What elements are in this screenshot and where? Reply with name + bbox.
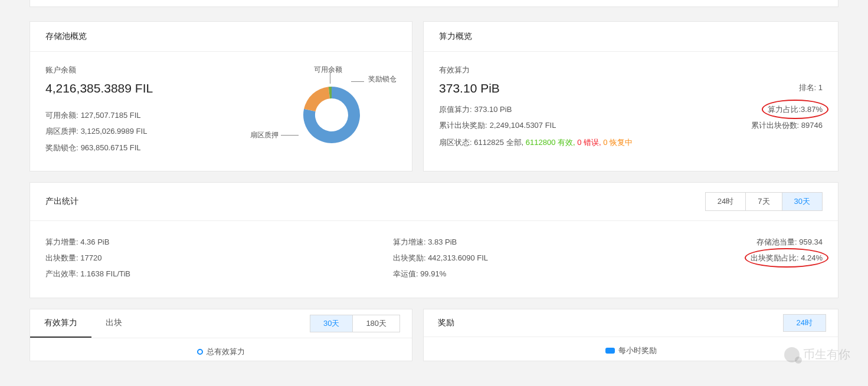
line-legend-icon — [197, 349, 203, 355]
power-ratio-highlight: 算力占比:3.87% — [768, 101, 823, 117]
raw-power-row: 原值算力:373.10 PiB — [439, 101, 512, 117]
donut-label-locked: 奖励锁仓 — [368, 74, 397, 84]
block-reward-row: 出块奖励: 442,313.6090 FIL — [393, 250, 488, 266]
storage-pool-card: 存储池概览 账户余额 4,216,385.3889 FIL 可用余额:127,5… — [30, 21, 412, 171]
power-speed-row: 算力增速: 3.83 PiB — [393, 234, 488, 250]
storage-title: 存储池概览 — [30, 22, 412, 52]
power-growth-row: 算力增量: 4.36 PiB — [45, 234, 130, 250]
donut-label-pledge: 扇区质押 — [250, 130, 279, 140]
block-count-row: 出块数量: 17720 — [45, 250, 130, 266]
storage-equiv-row: 存储池当量: 959.34 — [751, 234, 823, 250]
tab-eff-power[interactable]: 有效算力 — [30, 309, 91, 338]
power-chart-legend: 总有效算力 — [30, 338, 412, 361]
sector-status-row: 扇区状态: 6112825 全部, 6112800 有效, 0 错误, 0 恢复… — [439, 137, 823, 148]
cum-reward-row: 累计出块奖励:2,249,104.5307 FIL — [439, 117, 556, 133]
reward-title: 奖励 — [424, 309, 469, 336]
reward-tab-24h[interactable]: 24时 — [784, 315, 826, 331]
power-title: 算力概览 — [424, 22, 838, 52]
sector-pledge-row: 扇区质押:3,125,026.9989 FIL — [45, 123, 255, 139]
power-overview-card: 算力概览 有效算力 373.10 PiB 排名: 1 原值算力:373.10 P… — [423, 21, 838, 171]
balance-value: 4,216,385.3889 FIL — [45, 81, 255, 95]
balance-label: 账户余额 — [45, 65, 255, 75]
reward-locked-row: 奖励锁仓:963,850.6715 FIL — [45, 140, 255, 156]
tab-block[interactable]: 出块 — [91, 309, 136, 338]
eff-power-label: 有效算力 — [439, 65, 500, 75]
luck-row: 幸运值: 99.91% — [393, 266, 488, 282]
tab-24h[interactable]: 24时 — [706, 193, 745, 210]
power-chart-card: 有效算力 出块 30天 180天 总有效算力 — [30, 309, 412, 361]
balance-donut-chart: 可用余额 奖励锁仓 扇区质押 — [267, 65, 397, 153]
chart-tab-30d[interactable]: 30天 — [310, 315, 352, 332]
cum-count-row: 累计出块份数: 89746 — [751, 117, 823, 133]
available-balance-row: 可用余额:127,507.7185 FIL — [45, 107, 255, 123]
tab-30d[interactable]: 30天 — [782, 193, 822, 210]
output-stats-card: 产出统计 24时 7天 30天 算力增量: 4.36 PiB 出块数量: 177… — [30, 182, 838, 298]
bar-legend-icon — [605, 348, 615, 354]
output-time-tabs: 24时 7天 30天 — [705, 192, 823, 211]
reward-ratio-highlight: 出块奖励占比: 4.24% — [751, 250, 823, 266]
chart-tab-180d[interactable]: 180天 — [352, 315, 399, 332]
reward-chart-card: 奖励 24时 每小时奖励 — [423, 309, 838, 361]
output-title: 产出统计 — [45, 196, 78, 207]
rank-row: 排名: 1 — [799, 80, 823, 95]
eff-power-value: 373.10 PiB — [439, 81, 500, 95]
reward-chart-legend: 每小时奖励 — [424, 337, 838, 359]
donut-label-available: 可用余额 — [314, 65, 342, 75]
tab-7d[interactable]: 7天 — [745, 193, 781, 210]
output-eff-row: 产出效率: 1.1638 FIL/TiB — [45, 266, 130, 282]
